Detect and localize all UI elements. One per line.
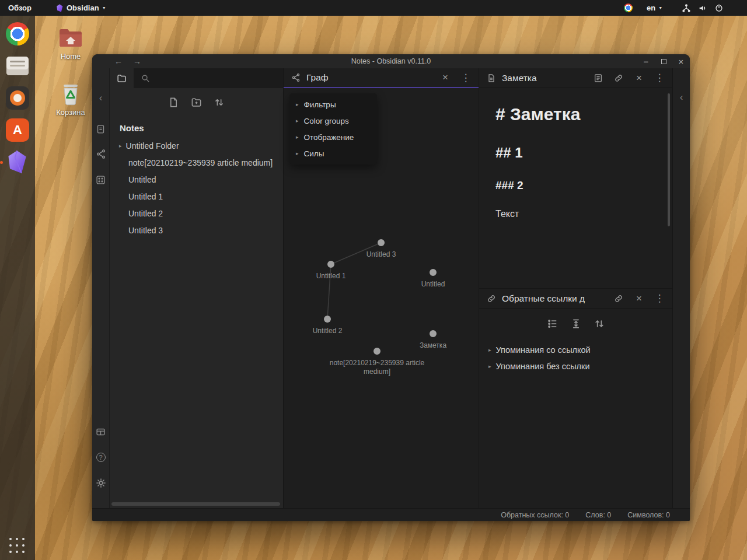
activities-button[interactable]: Обзор [8, 0, 32, 16]
list-view-icon[interactable] [547, 318, 558, 330]
section-label: Упоминания со ссылкой [496, 345, 591, 355]
explorer-item[interactable]: Untitled 1 [110, 188, 283, 205]
sort-button[interactable] [214, 97, 225, 108]
dock-media-icon[interactable] [5, 86, 30, 110]
close-pane-icon[interactable]: × [440, 72, 451, 83]
unlinked-mentions-section[interactable]: ▸ Упоминания без ссылки [479, 358, 672, 374]
close-button[interactable]: × [677, 57, 685, 65]
graph-node[interactable] [378, 239, 385, 246]
desktop-icon-home[interactable]: Home [53, 24, 88, 61]
app-menu[interactable]: Obsidian ▼ [56, 0, 106, 16]
minimize-button[interactable]: − [642, 57, 650, 65]
tab-search[interactable] [134, 68, 158, 88]
graph-node-label: Untitled 2 [278, 327, 377, 335]
graph-pane: Граф × ⋮ ▸Фильтры ▸Color groups ▸Отображ… [283, 68, 479, 508]
graph-node[interactable] [430, 330, 437, 337]
right-column: Заметка × ⋮ # Заметка ## 1 [479, 68, 672, 508]
close-pane-icon[interactable]: × [634, 293, 644, 304]
keyboard-layout-menu[interactable]: en ▼ [647, 0, 662, 16]
char-count: Символов: 0 [627, 511, 670, 519]
backlinks-pane: Обратные ссылки д × ⋮ [479, 288, 672, 508]
explorer-item[interactable]: note[20210219~235939 article medium] [110, 154, 283, 171]
sort-icon[interactable] [594, 318, 605, 330]
linked-mentions-section[interactable]: ▸ Упоминания со ссылкой [479, 342, 672, 358]
graph-settings-section[interactable]: ▸Силы [289, 145, 377, 162]
window-titlebar[interactable]: ← → Notes - Obsidian v0.11.0 − × [92, 54, 690, 68]
help-icon[interactable]: ? [95, 451, 107, 464]
dock: A [0, 16, 35, 560]
tab-file-explorer[interactable] [110, 68, 134, 88]
more-options-icon[interactable]: ⋮ [460, 72, 471, 83]
explorer-item-folder[interactable]: ▸ Untitled Folder [110, 137, 283, 154]
graph-node-label: Untitled 3 [331, 250, 431, 259]
backlinks-toolbar [479, 318, 672, 330]
item-label: Untitled 3 [128, 226, 163, 235]
dock-obsidian-icon[interactable] [5, 150, 30, 174]
collapse-left-sidebar-button[interactable]: ‹ [95, 92, 107, 104]
new-folder-button[interactable] [191, 97, 202, 108]
show-context-icon[interactable] [570, 318, 582, 330]
note-pane-header[interactable]: Заметка × ⋮ [479, 68, 672, 88]
horizontal-scrollbar[interactable] [111, 502, 280, 506]
chevron-down-icon: ▼ [658, 6, 662, 10]
graph-settings-section[interactable]: ▸Color groups [289, 113, 377, 129]
explorer-item[interactable]: Untitled 3 [110, 222, 283, 239]
app-menu-label: Obsidian [67, 4, 99, 12]
explorer-item[interactable]: Untitled 2 [110, 205, 283, 222]
pane-title: Обратные ссылки д [502, 293, 585, 304]
random-note-dice-icon[interactable] [95, 173, 107, 186]
graph-pane-header[interactable]: Граф × ⋮ [284, 68, 479, 88]
more-options-icon[interactable]: ⋮ [654, 293, 665, 304]
section-label: Фильтры [304, 100, 336, 109]
dock-chrome-icon[interactable] [5, 22, 30, 46]
item-label: Untitled Folder [126, 141, 179, 150]
quick-switcher-icon[interactable] [95, 123, 107, 135]
dock-software-icon[interactable]: A [5, 118, 30, 142]
system-status-menu[interactable] [682, 0, 724, 16]
back-button[interactable]: ← [114, 57, 123, 66]
vault-switcher-icon[interactable] [95, 425, 107, 438]
show-applications-button[interactable] [9, 538, 26, 554]
markdown-line: Текст [495, 209, 519, 219]
backlinks-sections: ▸ Упоминания со ссылкой ▸ Упоминания без… [479, 342, 672, 374]
pane-title: Граф [306, 72, 329, 83]
markdown-line: # Заметка [495, 104, 580, 124]
maximize-button[interactable] [659, 57, 668, 65]
more-options-icon[interactable]: ⋮ [654, 73, 665, 83]
settings-gear-icon[interactable] [95, 477, 107, 489]
graph-node[interactable] [374, 348, 381, 355]
section-label: Отображение [304, 133, 354, 142]
dock-files-icon[interactable] [5, 54, 30, 78]
graph-node[interactable] [430, 269, 437, 276]
close-pane-icon[interactable]: × [634, 73, 644, 83]
preview-toggle-icon[interactable] [593, 73, 603, 83]
backlinks-pane-header[interactable]: Обратные ссылки д × ⋮ [479, 289, 672, 309]
new-note-button[interactable] [168, 97, 179, 108]
graph-node[interactable] [324, 316, 331, 323]
search-icon [141, 74, 151, 83]
note-pane: Заметка × ⋮ # Заметка ## 1 [479, 68, 672, 288]
link-icon[interactable] [613, 73, 624, 83]
note-editor[interactable]: # Заметка ## 1 ### 2 Текст [479, 88, 672, 288]
graph-settings-section[interactable]: ▸Отображение [289, 129, 377, 145]
vault-title: Notes [110, 116, 283, 137]
graph-node[interactable] [327, 261, 334, 268]
collapse-right-sidebar-button[interactable]: ‹ [680, 92, 683, 103]
chevron-right-icon: ▸ [488, 363, 491, 369]
link-icon[interactable] [613, 293, 624, 304]
graph-settings-section[interactable]: ▸Фильтры [289, 96, 377, 113]
right-sidebar-strip: ‹ [672, 68, 690, 508]
tray-chrome-icon[interactable] [624, 0, 633, 16]
vertical-scrollbar[interactable] [668, 93, 670, 226]
graph-node-label: Untitled [383, 280, 483, 289]
item-label: Untitled 1 [128, 192, 163, 201]
desktop-icon-trash[interactable]: Корзина [53, 80, 88, 117]
forward-button[interactable]: → [133, 57, 141, 66]
keyboard-layout-label: en [647, 4, 655, 12]
obsidian-mini-icon [56, 4, 64, 12]
graph-view-icon[interactable] [95, 148, 107, 160]
chevron-right-icon: ▸ [296, 102, 299, 107]
explorer-item[interactable]: Untitled [110, 171, 283, 188]
gnome-topbar: Обзор Obsidian ▼ en ▼ [0, 0, 747, 16]
chevron-down-icon: ▼ [102, 6, 106, 10]
